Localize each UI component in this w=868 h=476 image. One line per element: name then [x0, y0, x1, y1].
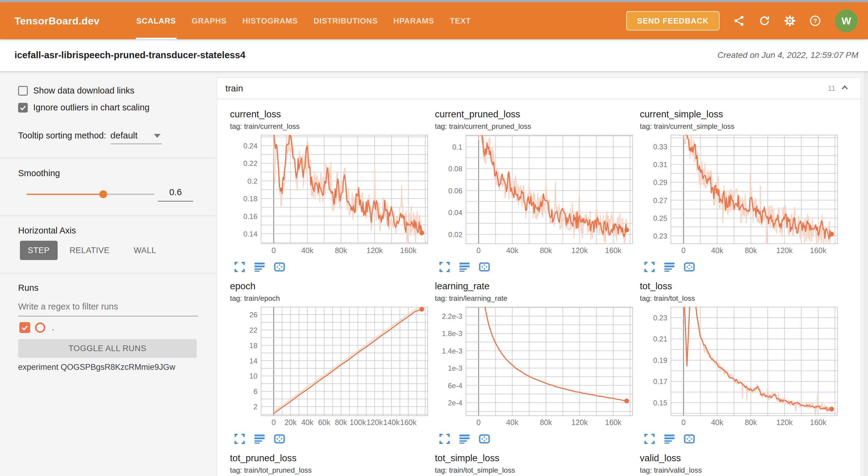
chart-title: current_simple_loss: [640, 109, 723, 120]
show-download-row: Show data download links: [0, 86, 235, 96]
svg-text:0.16: 0.16: [243, 212, 257, 221]
svg-text:22: 22: [249, 326, 257, 334]
chart-plot[interactable]: 0.150.170.190.210.23040k80k120k160k: [640, 307, 839, 427]
log-scale-icon[interactable]: [459, 433, 470, 445]
smoothing-value[interactable]: 0.6: [158, 187, 193, 201]
svg-text:0.08: 0.08: [448, 165, 462, 173]
svg-text:40k: 40k: [711, 246, 723, 255]
ignore-outliers-checkbox[interactable]: [18, 103, 28, 113]
log-scale-icon[interactable]: [663, 261, 676, 273]
svg-text:0: 0: [681, 418, 686, 426]
svg-text:0.19: 0.19: [653, 356, 667, 364]
fit-domain-icon[interactable]: [273, 433, 285, 445]
fit-domain-icon[interactable]: [478, 433, 490, 445]
train-section-header[interactable]: train 11: [217, 78, 861, 99]
axis-wall-button[interactable]: WALL: [122, 241, 168, 260]
log-scale-icon[interactable]: [663, 433, 676, 445]
avatar[interactable]: W: [835, 9, 858, 32]
expand-icon[interactable]: [644, 261, 655, 273]
smoothing-slider-handle[interactable]: [99, 190, 107, 198]
svg-text:0.23: 0.23: [653, 314, 667, 322]
svg-text:18: 18: [249, 342, 257, 350]
chart-actions: [644, 261, 695, 273]
svg-text:40k: 40k: [506, 246, 519, 255]
tab-scalars[interactable]: SCALARS: [136, 2, 177, 39]
log-scale-icon[interactable]: [253, 433, 266, 445]
fit-domain-icon[interactable]: [478, 261, 490, 273]
tab-text[interactable]: TEXT: [449, 2, 471, 39]
tab-hparams[interactable]: HPARAMS: [393, 2, 435, 39]
svg-text:0.24: 0.24: [243, 142, 257, 150]
chart-actions: [234, 261, 285, 273]
svg-text:0.17: 0.17: [653, 377, 667, 385]
svg-text:80k: 80k: [335, 246, 347, 255]
svg-text:0.25: 0.25: [653, 214, 667, 222]
svg-text:80k: 80k: [745, 418, 757, 426]
gear-icon[interactable]: [784, 15, 796, 27]
svg-text:160k: 160k: [605, 418, 622, 426]
run-name: .: [52, 323, 54, 332]
log-scale-icon[interactable]: [253, 261, 266, 273]
chart-tag: tag: train/learning_rate: [435, 294, 507, 303]
smoothing-slider[interactable]: [27, 194, 154, 195]
help-icon[interactable]: ?: [809, 15, 821, 27]
svg-text:100k: 100k: [349, 418, 366, 426]
run-row: .: [0, 322, 236, 333]
chart-plot[interactable]: 0.140.160.180.20.220.24040k80k120k160k: [230, 135, 429, 255]
chart-title: current_pruned_loss: [435, 109, 520, 120]
chart-tag: tag: train/tot_loss: [640, 294, 695, 303]
chart-title: learning_rate: [435, 281, 490, 292]
svg-text:0.1: 0.1: [453, 143, 462, 151]
chart-plot[interactable]: 2e-46e-41e-31.4e-31.8e-32.2e-3040k80k120…: [435, 307, 634, 427]
chevron-up-icon[interactable]: [840, 83, 850, 94]
chart-plot[interactable]: 0.230.250.270.290.310.33040k80k120k160k: [640, 135, 839, 255]
tab-histograms[interactable]: HISTOGRAMS: [242, 2, 299, 39]
svg-text:0.02: 0.02: [448, 230, 462, 239]
chart-actions: [644, 433, 695, 445]
run-checkbox[interactable]: [19, 322, 30, 333]
vertical-scrollbar[interactable]: [864, 71, 868, 476]
expand-icon[interactable]: [438, 433, 451, 445]
show-download-checkbox[interactable]: [18, 86, 28, 96]
chart-title: tot_loss: [640, 281, 672, 292]
share-icon[interactable]: [734, 15, 745, 27]
expand-icon[interactable]: [234, 261, 246, 273]
tooltip-sorting-dropdown[interactable]: default: [111, 130, 162, 144]
fit-domain-icon[interactable]: [273, 261, 285, 273]
expand-icon[interactable]: [644, 433, 655, 445]
svg-text:80k: 80k: [745, 246, 757, 255]
svg-text:0: 0: [272, 246, 276, 255]
send-feedback-button[interactable]: SEND FEEDBACK: [626, 11, 719, 30]
tab-distributions[interactable]: DISTRIBUTIONS: [313, 2, 378, 39]
run-color-swatch[interactable]: [35, 322, 45, 333]
fit-domain-icon[interactable]: [683, 433, 695, 445]
axis-step-button[interactable]: STEP: [20, 241, 58, 260]
app-logo[interactable]: TensorBoard.dev: [14, 15, 100, 27]
axis-relative-button[interactable]: RELATIVE: [58, 241, 122, 260]
sidebar-divider: [0, 158, 217, 158]
svg-text:120k: 120k: [366, 418, 383, 426]
chart-tag: tag: train/current_simple_loss: [640, 122, 734, 131]
fit-domain-icon[interactable]: [683, 261, 695, 273]
runs-filter-input[interactable]: [18, 302, 198, 316]
tab-graphs[interactable]: GRAPHS: [191, 2, 227, 39]
smoothing-slider-fill: [27, 194, 103, 195]
refresh-icon[interactable]: [759, 15, 770, 27]
svg-text:0.04: 0.04: [448, 209, 462, 217]
svg-text:0.06: 0.06: [448, 187, 462, 195]
chart-plot[interactable]: 261014182226020k40k60k80k100k120k140k160…: [230, 307, 429, 427]
expand-icon[interactable]: [438, 261, 451, 273]
svg-text:1.8e-3: 1.8e-3: [442, 329, 462, 338]
expand-icon[interactable]: [234, 433, 246, 445]
svg-text:120k: 120k: [776, 246, 793, 255]
log-scale-icon[interactable]: [459, 261, 470, 273]
svg-text:6e-4: 6e-4: [448, 382, 462, 390]
svg-text:1e-3: 1e-3: [448, 364, 462, 372]
svg-text:160k: 160k: [400, 246, 417, 255]
svg-text:6: 6: [253, 387, 257, 395]
toggle-all-runs-button[interactable]: TOGGLE ALL RUNS: [18, 339, 197, 358]
svg-text:160k: 160k: [605, 246, 622, 255]
show-download-label: Show data download links: [33, 86, 134, 96]
chart-plot[interactable]: 0.020.040.060.080.1040k80k120k160k: [435, 135, 634, 255]
svg-text:40k: 40k: [711, 418, 723, 426]
